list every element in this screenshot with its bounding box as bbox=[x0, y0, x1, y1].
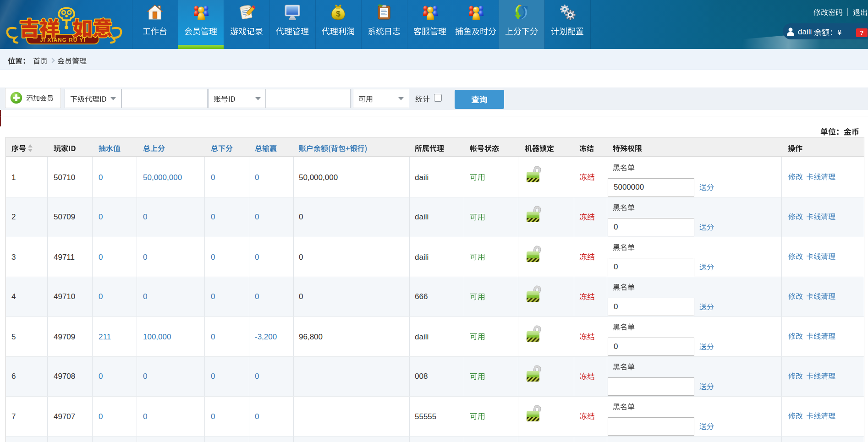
svg-text:JI XIANG RU YI: JI XIANG RU YI bbox=[40, 37, 86, 43]
